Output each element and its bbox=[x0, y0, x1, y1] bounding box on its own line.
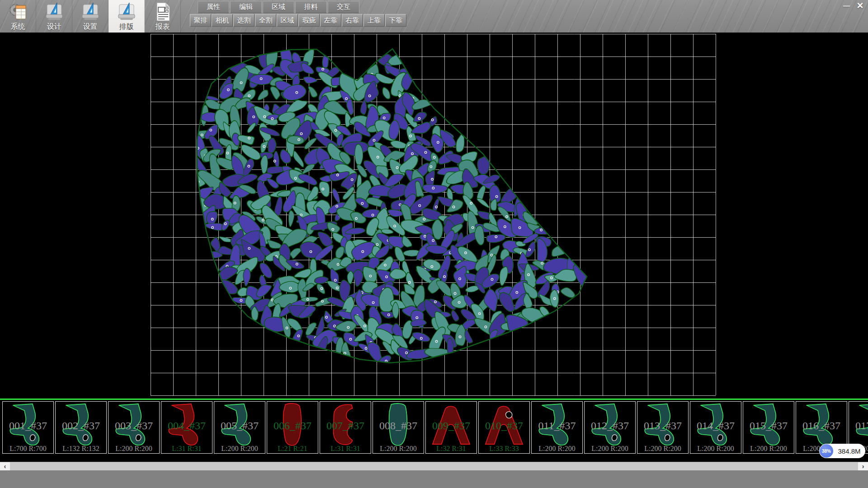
piece-lr-count-label: L:200 R:200 bbox=[690, 445, 741, 453]
piece-id-label: 004_#37 bbox=[161, 420, 212, 432]
menu-interaction[interactable]: 交互 bbox=[328, 1, 359, 13]
app-tab-label: 设置 bbox=[83, 22, 98, 32]
menu-nesting[interactable]: 排料 bbox=[295, 1, 327, 13]
tool-align-right[interactable]: 右靠 bbox=[342, 14, 363, 27]
piece-id-label: 008_#37 bbox=[373, 420, 424, 432]
app-tab-report[interactable]: 报表 bbox=[145, 0, 181, 33]
thumbnail-cell[interactable]: 006_#37 L:21 R:21 bbox=[267, 401, 318, 454]
thumbnail-cell[interactable]: 002_#37 L:132 R:132 bbox=[55, 401, 107, 454]
app-tab-nesting-active[interactable]: 排版 bbox=[108, 0, 145, 33]
piece-id-label: 005_#37 bbox=[214, 420, 265, 432]
scroll-right-button[interactable]: › bbox=[858, 462, 868, 470]
thumbnail-cell[interactable]: 010_#37 L:33 R:33 bbox=[478, 401, 530, 454]
app-tab-system[interactable]: 系统 bbox=[0, 0, 36, 33]
piece-id-label: 011_#37 bbox=[532, 420, 582, 432]
thumbnail-cell[interactable]: 009_#37 L:32 R:31 bbox=[425, 401, 477, 454]
report-document-icon bbox=[152, 2, 173, 22]
tool-align-top[interactable]: 上靠 bbox=[363, 14, 385, 27]
piece-id-label: 003_#37 bbox=[108, 420, 159, 432]
piece-lr-count-label: L:200 R:200 bbox=[108, 445, 159, 453]
piece-lr-count-label: L:33 R:33 bbox=[479, 445, 529, 453]
tool-cluster-nest[interactable]: 聚排 bbox=[190, 14, 211, 27]
piece-lr-count-label: L:31 R:31 bbox=[161, 445, 212, 453]
close-button[interactable]: ✕ bbox=[854, 1, 866, 10]
thumbnail-cell[interactable]: 005_#37 L:200 R:200 bbox=[214, 401, 265, 454]
piece-lr-count-label: L:700 R:700 bbox=[3, 445, 53, 453]
piece-id-label: 016_#37 bbox=[796, 420, 847, 432]
thumbnail-strip-section: 001_#37 L:700 R:700 002_#37 L:132 R:132 … bbox=[0, 399, 868, 462]
tool-select-cut[interactable]: 选割 bbox=[233, 14, 255, 27]
app-tab-label: 设计 bbox=[47, 22, 61, 32]
piece-lr-count-label: L:200 R:200 bbox=[373, 445, 424, 453]
menu-edit[interactable]: 编辑 bbox=[230, 1, 262, 13]
piece-lr-count-label: L:32 R:31 bbox=[426, 445, 476, 453]
status-bar bbox=[0, 470, 868, 488]
memory-value-label: 384.8M bbox=[833, 447, 865, 455]
app-tab-label: 报表 bbox=[156, 22, 170, 32]
thumbnail-cell[interactable]: 012_#37 L:200 R:200 bbox=[584, 401, 636, 454]
set-square-icon bbox=[80, 2, 101, 22]
thumbnail-strip: 001_#37 L:700 R:700 002_#37 L:132 R:132 … bbox=[2, 401, 868, 454]
nesting-canvas[interactable] bbox=[0, 33, 868, 399]
window-controls: — ✕ bbox=[840, 1, 866, 10]
thumbnail-cell[interactable]: 003_#37 L:200 R:200 bbox=[108, 401, 160, 454]
menu-region[interactable]: 区域 bbox=[263, 1, 294, 13]
thumbnail-cell[interactable]: 013_#37 L:200 R:200 bbox=[637, 401, 689, 454]
thumbnail-cell[interactable]: 015_#37 L:200 R:200 bbox=[743, 401, 794, 454]
thumbnail-cell[interactable]: 014_#37 L:200 R:200 bbox=[690, 401, 741, 454]
piece-id-label: 012_#37 bbox=[585, 420, 635, 432]
tool-defect[interactable]: 瑕疵 bbox=[298, 14, 320, 27]
set-square-icon bbox=[116, 2, 137, 22]
piece-lr-count-label: L:21 R:21 bbox=[267, 445, 318, 453]
piece-id-label: 002_#37 bbox=[56, 420, 106, 432]
piece-id-label: 014_#37 bbox=[690, 420, 741, 432]
app-tab-label: 排版 bbox=[119, 22, 134, 32]
piece-lr-count-label: L:200 R:200 bbox=[532, 445, 582, 453]
thumbnail-cell[interactable]: 007_#37 L:31 R:31 bbox=[320, 401, 371, 454]
piece-id-label: 013_#37 bbox=[637, 420, 688, 432]
nesting-workarea[interactable] bbox=[0, 33, 868, 399]
application-window: 系统 设计 设置 bbox=[0, 0, 868, 488]
thumbnail-cell[interactable]: 001_#37 L:700 R:700 bbox=[2, 401, 54, 454]
piece-id-label: 010_#37 bbox=[479, 420, 529, 432]
piece-lr-count-label: L:200 R:200 bbox=[585, 445, 635, 453]
horizontal-scrollbar[interactable]: ‹ › bbox=[0, 462, 868, 470]
app-tab-label: 系统 bbox=[11, 22, 25, 32]
thumbnail-cell[interactable]: 004_#37 L:31 R:31 bbox=[161, 401, 212, 454]
tool-cut-all[interactable]: 全割 bbox=[255, 14, 276, 27]
set-square-icon bbox=[44, 2, 65, 22]
piece-lr-count-label: L:200 R:200 bbox=[637, 445, 688, 453]
thumbnail-cell[interactable]: 011_#37 L:200 R:200 bbox=[531, 401, 583, 454]
tool-camera[interactable]: 相机 bbox=[212, 14, 233, 27]
tool-align-left[interactable]: 左靠 bbox=[320, 14, 341, 27]
app-tab-settings[interactable]: 设置 bbox=[72, 0, 108, 33]
piece-id-label: 015_#37 bbox=[743, 420, 794, 432]
menu-bar: 属性 编辑 区域 排料 交互 bbox=[198, 1, 359, 13]
scroll-left-button[interactable]: ‹ bbox=[0, 462, 10, 470]
app-tab-bar: 系统 设计 设置 bbox=[0, 0, 181, 33]
titlebar: 系统 设计 设置 bbox=[0, 0, 868, 33]
piece-id-label: 009_#37 bbox=[426, 420, 476, 432]
tool-align-bottom[interactable]: 下靠 bbox=[385, 14, 406, 27]
piece-lr-count-label: L:200 R:200 bbox=[214, 445, 265, 453]
piece-id-label: 001_#37 bbox=[3, 420, 53, 432]
minimize-button[interactable]: — bbox=[840, 1, 853, 10]
app-tab-design[interactable]: 设计 bbox=[36, 0, 72, 33]
tool-bar: 聚排 相机 选割 全割 区域 瑕疵 左靠 右靠 上靠 下靠 bbox=[190, 14, 406, 27]
piece-id-label: 017_#37 bbox=[849, 420, 868, 432]
piece-id-label: 006_#37 bbox=[267, 420, 318, 432]
thumbnail-cell[interactable]: 008_#37 L:200 R:200 bbox=[373, 401, 424, 454]
memory-monitor-badge[interactable]: 38% 384.8M bbox=[819, 444, 865, 458]
tool-region[interactable]: 区域 bbox=[277, 14, 298, 27]
piece-lr-count-label: L:200 R:200 bbox=[743, 445, 794, 453]
memory-percent-ring: 38% bbox=[820, 444, 833, 458]
piece-lr-count-label: L:132 R:132 bbox=[56, 445, 106, 453]
piece-lr-count-label: L:31 R:31 bbox=[320, 445, 371, 453]
menu-attributes[interactable]: 属性 bbox=[198, 1, 229, 13]
gear-list-icon bbox=[8, 2, 28, 22]
piece-id-label: 007_#37 bbox=[320, 420, 371, 432]
